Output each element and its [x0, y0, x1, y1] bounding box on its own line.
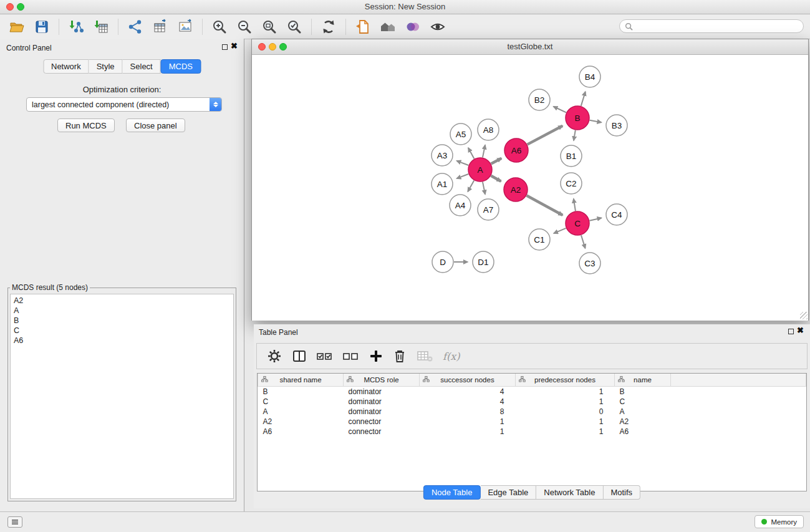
close-table-panel-icon[interactable]: ✖: [797, 326, 804, 335]
graph-edge-A-A6[interactable]: [491, 158, 502, 164]
graph-node-C2[interactable]: C2: [561, 173, 582, 194]
zoom-fit-icon[interactable]: [261, 19, 277, 35]
import-network-icon[interactable]: [68, 19, 84, 35]
table-tab-edge-table[interactable]: Edge Table: [480, 485, 536, 500]
graph-node-D[interactable]: D: [432, 251, 453, 273]
show-hide-icon[interactable]: [430, 19, 446, 35]
control-tab-select[interactable]: Select: [123, 59, 161, 74]
new-network-icon[interactable]: [127, 19, 143, 35]
network-canvas[interactable]: AA6A2BCA1A3A4A5A7A8B1B2B3B4C1C2C3C4DD1: [252, 55, 808, 321]
cell-predecessor-nodes[interactable]: 1: [516, 417, 615, 427]
graph-node-A7[interactable]: A7: [478, 199, 499, 220]
table-settings-icon[interactable]: [267, 349, 282, 364]
save-session-icon[interactable]: [34, 19, 50, 35]
graph-edge-B-B2[interactable]: [554, 107, 566, 113]
graph-edge-B-B1[interactable]: [574, 130, 576, 141]
zoom-out-icon[interactable]: [236, 19, 253, 35]
graph-edge-B-B4[interactable]: [581, 92, 586, 106]
cell-shared-name[interactable]: A2: [258, 417, 344, 427]
cell-mcds-role[interactable]: dominator: [344, 407, 420, 417]
graph-node-A6[interactable]: A6: [504, 138, 528, 162]
column-header-shared-name[interactable]: shared name: [258, 374, 344, 387]
graph-edge-A2-C[interactable]: [527, 196, 563, 215]
graph-node-A[interactable]: A: [468, 158, 492, 181]
graph-node-A3[interactable]: A3: [432, 145, 453, 166]
criterion-dropdown[interactable]: largest connected component (directed): [26, 97, 222, 112]
cell-name[interactable]: A: [615, 407, 671, 417]
graph-edge-C-C4[interactable]: [590, 218, 602, 220]
graph-node-B2[interactable]: B2: [529, 89, 550, 110]
graph-edge-A-A4[interactable]: [468, 180, 474, 191]
create-column-icon[interactable]: [369, 349, 383, 363]
graph-node-C1[interactable]: C1: [529, 229, 550, 250]
mcds-result-item[interactable]: B: [11, 316, 233, 326]
cell-name[interactable]: A2: [615, 417, 671, 427]
float-panel-icon[interactable]: [222, 44, 228, 50]
cell-mcds-role[interactable]: connector: [344, 427, 420, 437]
graph-node-B4[interactable]: B4: [579, 66, 600, 87]
window-resize-grip[interactable]: [800, 312, 808, 319]
select-all-columns-icon[interactable]: [317, 351, 333, 362]
control-tab-mcds[interactable]: MCDS: [161, 59, 201, 74]
float-table-panel-icon[interactable]: [788, 329, 794, 334]
style-icon[interactable]: [405, 19, 421, 35]
cell-predecessor-nodes[interactable]: 1: [516, 427, 615, 437]
export-table-icon[interactable]: [152, 19, 168, 35]
graph-edge-A-A7[interactable]: [483, 182, 485, 195]
column-header-predecessor-nodes[interactable]: predecessor nodes: [516, 374, 615, 387]
mcds-result-item[interactable]: A2: [11, 296, 233, 306]
graph-edge-A-A5[interactable]: [468, 148, 475, 158]
cell-shared-name[interactable]: B: [258, 387, 344, 397]
import-table-icon[interactable]: [93, 19, 109, 35]
graph-node-A8[interactable]: A8: [478, 119, 499, 140]
search-input[interactable]: [636, 21, 798, 31]
refresh-icon[interactable]: [321, 19, 337, 35]
delete-column-icon[interactable]: [393, 349, 407, 364]
home-icon[interactable]: [380, 19, 396, 35]
open-document-icon[interactable]: [355, 19, 371, 35]
network-window-titlebar[interactable]: testGlobe.txt: [252, 39, 808, 55]
graph-edge-A-A2[interactable]: [491, 176, 501, 181]
delete-table-icon[interactable]: [417, 350, 433, 362]
cell-mcds-role[interactable]: dominator: [344, 387, 420, 397]
cell-predecessor-nodes[interactable]: 1: [516, 397, 615, 407]
zoom-selected-icon[interactable]: [286, 19, 302, 35]
table-tab-motifs[interactable]: Motifs: [603, 485, 640, 500]
show-columns-icon[interactable]: [292, 349, 307, 364]
table-row[interactable]: Bdominator41B: [258, 387, 806, 397]
graph-node-A2[interactable]: A2: [504, 178, 528, 201]
table-tab-network-table[interactable]: Network Table: [536, 485, 603, 500]
close-panel-button[interactable]: Close panel: [126, 118, 185, 132]
function-builder-icon[interactable]: f(x): [443, 351, 460, 362]
graph-edge-A6-B[interactable]: [528, 126, 562, 145]
open-session-icon[interactable]: [9, 19, 25, 35]
cell-name[interactable]: B: [615, 387, 671, 397]
close-panel-icon[interactable]: ✖: [231, 42, 238, 51]
graph-edge-B-B3[interactable]: [590, 120, 602, 123]
graph-node-C4[interactable]: C4: [606, 204, 627, 225]
table-row[interactable]: A6connector11A6: [258, 427, 806, 437]
mcds-result-item[interactable]: A: [11, 306, 233, 316]
cell-shared-name[interactable]: A6: [258, 427, 344, 437]
cell-successor-nodes[interactable]: 8: [420, 407, 516, 417]
mcds-result-item[interactable]: A6: [11, 336, 233, 346]
cell-successor-nodes[interactable]: 1: [420, 427, 516, 437]
table-row[interactable]: Adominator80A: [258, 407, 806, 417]
cell-predecessor-nodes[interactable]: 0: [516, 407, 615, 417]
graph-node-B1[interactable]: B1: [561, 145, 582, 167]
table-tab-node-table[interactable]: Node Table: [423, 485, 481, 500]
graph-node-A4[interactable]: A4: [450, 195, 471, 216]
deselect-all-columns-icon[interactable]: [343, 351, 359, 362]
column-header-name[interactable]: name: [615, 374, 671, 387]
mcds-result-list[interactable]: A2ABCA6: [10, 294, 234, 499]
cell-mcds-role[interactable]: connector: [344, 417, 420, 427]
graph-node-C[interactable]: C: [566, 211, 589, 235]
cell-name[interactable]: A6: [615, 427, 671, 437]
cell-shared-name[interactable]: A: [258, 407, 344, 417]
run-mcds-button[interactable]: Run MCDS: [57, 118, 115, 132]
graph-edge-A-A1[interactable]: [456, 174, 468, 178]
cell-predecessor-nodes[interactable]: 1: [516, 387, 615, 397]
cell-mcds-role[interactable]: dominator: [344, 397, 420, 407]
cell-successor-nodes[interactable]: 4: [420, 387, 516, 397]
graph-node-A1[interactable]: A1: [432, 173, 453, 195]
